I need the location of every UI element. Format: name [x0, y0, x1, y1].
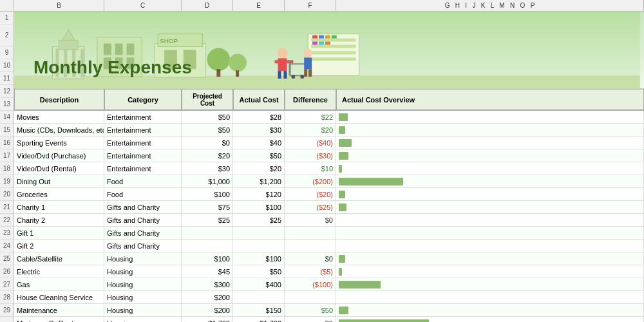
cell-chart — [336, 137, 644, 149]
cell-description: Cable/Satellite — [14, 252, 104, 265]
cell-actual — [233, 240, 285, 252]
svg-point-34 — [291, 75, 295, 79]
cell-difference: ($20) — [285, 188, 336, 200]
row-num-2: 2 — [0, 24, 14, 46]
svg-rect-43 — [325, 35, 330, 39]
cell-actual: $28 — [233, 111, 285, 123]
cell-projected: $100 — [182, 188, 233, 200]
header-overview: Actual Cost Overview — [336, 89, 644, 110]
cell-category: Entertainment — [104, 162, 182, 175]
bar-container — [339, 175, 641, 187]
svg-rect-24 — [236, 70, 239, 77]
cell-description: Gift 2 — [14, 240, 104, 252]
cell-actual: $400 — [233, 278, 285, 290]
row-num-16: 16 — [0, 137, 14, 149]
cell-chart — [336, 124, 644, 136]
row-num-17: 17 — [0, 149, 14, 162]
svg-point-35 — [300, 75, 304, 79]
cell-difference: $50 — [285, 304, 336, 316]
cell-actual — [233, 291, 285, 303]
svg-rect-49 — [304, 57, 312, 69]
bar — [339, 152, 348, 160]
cell-description: Electric — [14, 265, 104, 278]
cell-category: Housing — [104, 304, 182, 316]
svg-rect-10 — [104, 44, 111, 55]
bar — [339, 307, 348, 314]
table-row: Dining Out Food $1,000 $1,200 ($200) — [14, 175, 644, 188]
cell-actual: $150 — [233, 304, 285, 316]
row-numbers: 1 2 9 10 11 12 13 14 15 16 17 18 19 20 2… — [0, 12, 14, 322]
header-description: Description — [14, 89, 104, 110]
cell-category: Housing — [104, 291, 182, 303]
cell-actual: $50 — [233, 265, 285, 278]
cell-chart — [336, 240, 644, 252]
svg-rect-22 — [216, 69, 220, 77]
cell-projected: $75 — [182, 201, 233, 213]
cell-description: Gift 1 — [14, 227, 104, 239]
cell-actual — [233, 227, 285, 239]
cell-description: Movies — [14, 111, 104, 123]
cell-chart — [336, 214, 644, 226]
bar — [339, 281, 381, 289]
bar-container — [339, 214, 641, 226]
svg-rect-51 — [308, 69, 312, 77]
spreadsheet: B C D E F G H I J K L M N O P 1 2 9 10 1… — [0, 0, 644, 322]
cell-category: Gifts and Charity — [104, 240, 182, 252]
svg-rect-44 — [332, 35, 337, 39]
cell-chart — [336, 317, 644, 322]
cell-difference — [285, 291, 336, 303]
col-header-f: F — [285, 0, 336, 11]
cell-difference: $0 — [285, 214, 336, 226]
cell-difference — [285, 227, 336, 239]
cell-actual: $100 — [233, 201, 285, 213]
header-difference: Difference — [285, 89, 336, 110]
cell-chart — [336, 265, 644, 278]
cell-chart — [336, 111, 644, 123]
svg-rect-45 — [312, 42, 317, 45]
cell-chart — [336, 175, 644, 187]
svg-rect-39 — [311, 51, 355, 54]
row-num-14: 14 — [0, 111, 14, 124]
bar-container — [339, 137, 641, 149]
row-num-22: 22 — [0, 214, 14, 227]
cell-projected: $0 — [182, 137, 233, 149]
row-num-23: 23 — [0, 227, 14, 240]
row-num-18: 18 — [0, 162, 14, 175]
cell-actual: $20 — [233, 162, 285, 175]
row-num-19: 19 — [0, 175, 14, 188]
header-actual: Actual Cost — [233, 89, 285, 110]
row-num-26: 26 — [0, 265, 14, 278]
svg-rect-31 — [283, 71, 287, 79]
cell-difference: $0 — [285, 317, 336, 322]
data-grid: SHOP — [14, 12, 644, 322]
cell-description: Mortgage Or Rent — [14, 317, 104, 322]
col-header-g-on: G H I J K L M N O P — [336, 0, 644, 11]
row-num-28: 28 — [0, 291, 14, 304]
cell-category: Housing — [104, 252, 182, 265]
svg-point-26 — [278, 48, 288, 59]
svg-rect-42 — [319, 35, 324, 39]
cell-projected: $200 — [182, 291, 233, 303]
cell-difference: ($100) — [285, 278, 336, 290]
svg-rect-33 — [289, 61, 290, 75]
cell-description: Maintenance — [14, 304, 104, 316]
svg-rect-47 — [325, 42, 330, 45]
table-row: Video/Dvd (Rental) Entertainment $30 $20… — [14, 162, 644, 175]
cell-difference: $0 — [285, 252, 336, 265]
cell-projected: $20 — [182, 149, 233, 162]
row-num-10: 10 — [0, 59, 14, 72]
bar-container — [339, 291, 641, 303]
table-row: Electric Housing $45 $50 ($5) — [14, 265, 644, 278]
cell-projected — [182, 240, 233, 252]
cell-actual: $1,700 — [233, 317, 285, 322]
cell-projected: $200 — [182, 304, 233, 316]
svg-rect-30 — [278, 71, 281, 79]
row-num-15: 15 — [0, 124, 14, 137]
bar — [339, 204, 346, 211]
cell-projected: $300 — [182, 278, 233, 290]
cell-actual: $100 — [233, 252, 285, 265]
table-header-row: Description Category Projected Cost Actu… — [14, 89, 644, 111]
cell-category: Gifts and Charity — [104, 201, 182, 213]
bar — [339, 319, 429, 323]
cell-description: Gas — [14, 278, 104, 290]
